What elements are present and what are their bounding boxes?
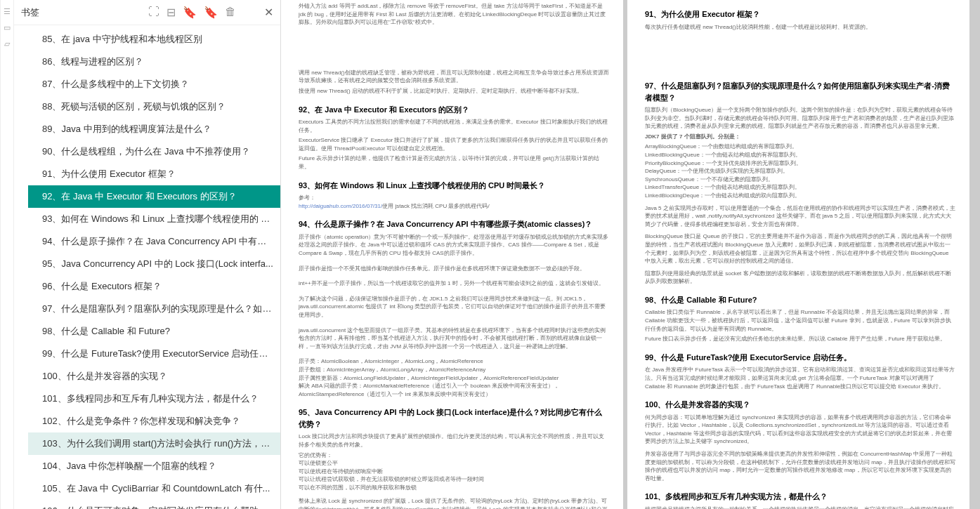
heading: 101、多线程同步和互斥有几种实现方法，都是什么？ (645, 491, 955, 503)
paragraph: 原子类：AtomicBoolean，AtomicInteger，AtomicLo… (299, 357, 609, 398)
toc-item-95[interactable]: 95、Java Concurrency API 中的 Lock 接口(Lock … (28, 253, 280, 275)
heading: 99、什么是 FutureTask?使用 ExecutorService 启动任… (645, 352, 955, 364)
toc-item-100[interactable]: 100、什么是并发容器的实现？ (28, 365, 280, 388)
paragraph: 原子操作是指一个不受其他操作影响的操作任务单元。原子操作是在多线程环境下保证避免… (299, 265, 609, 273)
toc-item-94[interactable]: 94、什么是原子操作？在 Java Concurrency API 中有哪... (28, 230, 280, 253)
toc-item-89[interactable]: 89、Java 中用到的线程调度算法是什么？ (28, 118, 280, 140)
heading: 93、如何在 Windows 和 Linux 上查找哪个线程使用的 CPU 时间… (299, 180, 609, 192)
paragraph: 接使用 new Thread() 启动的线程不利于扩展，比如定时执行、定期执行、… (299, 87, 609, 95)
menu-icon[interactable]: ☰ (4, 7, 11, 16)
paragraph: 为了解决这个问题，必须保证增加操作是原子的，在 JDK1.5 之前我们可以使用同… (299, 295, 609, 319)
toc-item-92[interactable]: 92、在 Java 中 Executor 和 Executors 的区别？ (28, 185, 280, 208)
paragraph: 阻塞队列（BlockingQueue）是一个支持两个附加操作的队列。这两个附加的… (645, 106, 955, 131)
paragraph: 原子操作（atomic operation）意为"不可被中断的一个或一系列操作"… (299, 233, 609, 258)
paragraph: Lock 接口比同步方法和同步块提供了更具扩展性的锁操作。他们允许更灵活的结构，… (299, 432, 609, 449)
paragraph: 并发容器使用了与同步容器完全不同的加锁策略来提供更高的并发性和伸缩性，例如在 C… (645, 450, 955, 482)
paragraph: 它的优势有： 可以使锁更公平 可以使线程在等待锁的候响应中断 可以让线程尝试获取… (299, 451, 609, 492)
toc-item-85[interactable]: 85、在 java 中守护线程和本地线程区别 (28, 28, 280, 51)
paragraph: java.util.concurrent 这个包里面提供了一组原子类。其基本的特… (299, 326, 609, 351)
paragraph: Callable 接口类似于 Runnable，从名字就可以看出来了，但是 Ru… (645, 308, 955, 333)
paragraph: 调用 new Thread()创建的线程缺乏管理，被称为野线程，而且可以无限制创… (299, 69, 609, 85)
heading: 97、什么是阻塞队列？阻塞队列的实现原理是什么？如何使用阻塞队列来实现生产者-消… (645, 80, 955, 103)
heading: 95、Java Concurrency API 中的 Lock 接口(Lock … (299, 406, 609, 430)
toc-item-96[interactable]: 96、什么是 Executors 框架？ (28, 275, 280, 298)
reference-link[interactable]: http://daiguahub.com/2016/07/31/ (299, 203, 382, 209)
heading: 92、在 Java 中 Executor 和 Executors 的区别？ (299, 104, 609, 116)
toc-item-99[interactable]: 99、什么是 FutureTask?使用 ExecutorService 启动任… (28, 343, 280, 365)
trash-icon[interactable]: 🗑 (225, 6, 236, 19)
toc-item-97[interactable]: 97、什么是阻塞队列？阻塞队列的实现原理是什么？如何... (28, 298, 280, 320)
toc-item-90[interactable]: 90、什么是线程组，为什么在 Java 中不推荐使用？ (28, 140, 280, 163)
toc-item-88[interactable]: 88、死锁与活锁的区别，死锁与饥饿的区别？ (28, 95, 280, 118)
toc-item-91[interactable]: 91、为什么使用 Executor 框架？ (28, 163, 280, 185)
toc-item-104[interactable]: 104、Java 中你怎样唤醒一个阻塞的线程？ (28, 455, 280, 477)
toc-item-105[interactable]: 105、在 Java 中 CycliBarriar 和 CountdownLat… (28, 477, 280, 500)
toc-item-87[interactable]: 87、什么是多线程中的上下文切换？ (28, 73, 280, 95)
paragraph: 外错入方法 add 等同于 addLast，移除方法 remove 等效于 re… (299, 2, 609, 27)
paragraph: 参考：http://daiguahub.com/2016/07/31/使用 js… (299, 194, 609, 210)
paragraph: Future 表示异步计算的结果，他提供了检查计算是否完成的方法，以等待计算的完… (299, 154, 609, 171)
paragraph: ExecutorService 接口继承了 Executor 接口并进行了扩展，… (299, 136, 609, 152)
paragraph: 阻塞队列使用最经典的场景就是 socket 客户端数据的读取和解析，读取数据的线… (645, 270, 955, 286)
paragraph: BlockingQueue 接口是 Queue 的子接口，它的主要用途并不是作为… (645, 232, 955, 265)
expand-icon[interactable]: ⛶ (148, 6, 159, 19)
heading: 94、什么是原子操作？在 Java Concurrency API 中有哪些原子… (299, 218, 609, 230)
paragraph: JDK7 提供了 7 个阻塞队列。分别是： (645, 133, 955, 141)
document-content: 外错入方法 add 等同于 addLast，移除方法 remove 等效于 re… (281, 0, 980, 509)
page-right: 91、为什么使用 Executor 框架？ 每次执行任务创建线程 new Thr… (627, 0, 969, 509)
heading: 98、什么是 Callable 和 Future? (645, 294, 955, 306)
toc-item-102[interactable]: 102、什么是竞争条件？你怎样发现和解决竞争？ (28, 410, 280, 432)
paragraph: 在 Java 并发程序中 FutureTask 表示一个可以取消的异步运算。它有… (645, 366, 955, 390)
left-rail: ☰ ▭ ▱ (0, 0, 14, 509)
toc-item-101[interactable]: 101、多线程同步和互斥有几种实现方法，都是什么？ (28, 388, 280, 410)
bookmark-sub-icon[interactable]: 🔖 (204, 6, 218, 19)
paragraph: Java 5 之前实现同步存取时，可以使用普通的一个集合，然后在使用线程的协作和… (645, 204, 955, 229)
paragraph: int++并不是一个原子操作，所以当一个线程读取它的值并加 1 时，另外一个线程… (299, 279, 609, 288)
toc-item-106[interactable]: 106、什么是不可变对象，它对写并发应用有什么帮助 (28, 500, 280, 509)
toc-item-103[interactable]: 103、为什么我们调用 start()方法时会执行 run()方法，为... (28, 432, 280, 455)
heading: 91、为什么使用 Executor 框架？ (645, 8, 955, 20)
collapse-icon[interactable]: ⊟ (166, 6, 176, 19)
page-left: 外错入方法 add 等同于 addLast，移除方法 remove 等效于 re… (281, 0, 623, 509)
page-icon[interactable]: ▱ (4, 39, 10, 48)
doc-icon[interactable]: ▭ (4, 23, 11, 32)
close-icon[interactable]: ✕ (264, 6, 273, 19)
paragraph: Future 接口表示异步任务，是还没有完成的任务给出的未来结果。所以说 Cal… (645, 335, 955, 343)
paragraph: 整体上来说 Lock 是 synchronized 的扩展版，Lock 提供了无… (299, 497, 609, 509)
sidebar-header: 书签 ⛶ ⊟ 🔖 🔖 🗑 ✕ (14, 0, 280, 25)
heading: 100、什么是并发容器的实现？ (645, 399, 955, 411)
paragraph: Executors 工具类的不同方法按照我们的需求创建了不同的线程池，来满足业务… (299, 118, 609, 134)
bookmark-list[interactable]: 85、在 java 中守护线程和本地线程区别86、线程与进程的区别？87、什么是… (14, 25, 280, 509)
bookmark-add-icon[interactable]: 🔖 (183, 6, 197, 19)
paragraph: 何为同步容器：可以简单地理解为通过 synchronized 来实现同步的容器，… (645, 414, 955, 446)
bookmark-sidebar: 书签 ⛶ ⊟ 🔖 🔖 🗑 ✕ 85、在 java 中守护线程和本地线程区别86、… (14, 0, 281, 509)
toc-item-86[interactable]: 86、线程与进程的区别？ (28, 51, 280, 73)
sidebar-title: 书签 (21, 6, 39, 19)
paragraph: 每次执行任务创建线程 new Thread()比较消耗性能，创建一个线程是比较耗… (645, 23, 955, 32)
toc-item-98[interactable]: 98、什么是 Callable 和 Future? (28, 320, 280, 343)
paragraph: ArrayBlockingQueue：一个由数组结构组成的有界阻塞队列。 Lin… (645, 143, 955, 199)
paragraph: 线程同步是指线程之间所具有的一种制约关系，一个线程的执行依赖另一个线程的消息，当… (645, 505, 955, 509)
toc-item-93[interactable]: 93、如何在 Windows 和 Linux 上查找哪个线程使用的 C... (28, 208, 280, 230)
